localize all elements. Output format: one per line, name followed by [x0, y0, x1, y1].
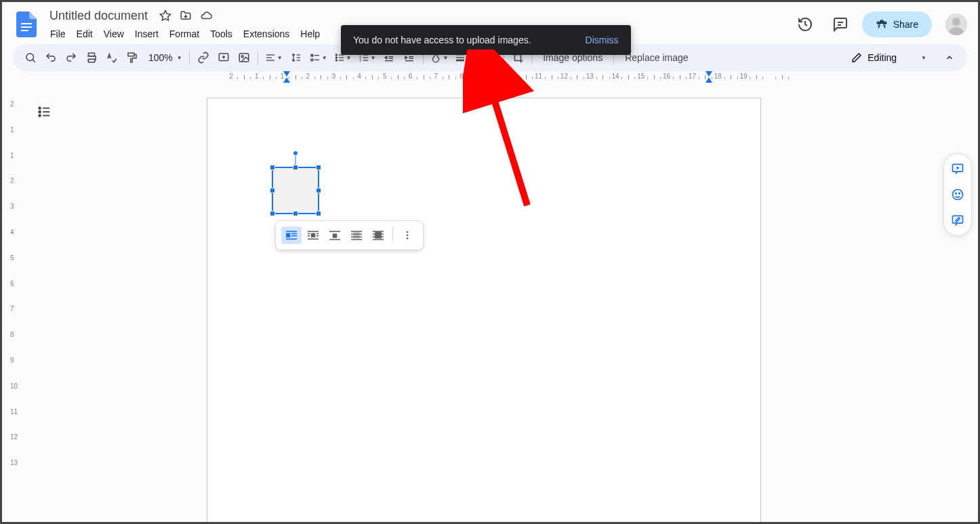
svg-rect-73	[329, 231, 340, 233]
share-label: Share	[893, 19, 918, 30]
svg-rect-75	[329, 239, 340, 241]
insert-image-icon[interactable]	[234, 48, 253, 67]
spellcheck-icon[interactable]	[102, 48, 121, 67]
svg-rect-81	[373, 231, 384, 233]
wrap-front-icon[interactable]	[368, 226, 388, 244]
separator	[189, 51, 190, 64]
add-comment-icon[interactable]	[214, 48, 233, 67]
svg-point-31	[335, 57, 337, 58]
history-icon[interactable]	[792, 11, 819, 38]
svg-rect-66	[308, 231, 319, 233]
print-icon[interactable]	[82, 48, 101, 67]
menu-help[interactable]: Help	[295, 26, 325, 42]
svg-point-10	[26, 54, 34, 61]
docs-logo-icon[interactable]	[13, 11, 40, 38]
page-area: 2112345678910111213	[2, 87, 978, 522]
svg-rect-67	[311, 233, 315, 237]
menu-format[interactable]: Format	[165, 26, 204, 42]
svg-point-87	[407, 235, 409, 237]
svg-point-6	[877, 22, 879, 24]
svg-rect-65	[286, 239, 297, 240]
menu-extensions[interactable]: Extensions	[239, 26, 294, 42]
outline-toggle-icon[interactable]	[32, 100, 56, 124]
menu-tools[interactable]: Tools	[205, 26, 237, 42]
toast-dismiss-button[interactable]: Dismiss	[586, 35, 619, 45]
svg-point-7	[884, 22, 886, 24]
editing-mode-button[interactable]: Editing ▼	[842, 52, 936, 63]
svg-point-88	[407, 237, 409, 239]
suggest-edit-icon[interactable]	[947, 209, 968, 231]
add-comment-side-icon[interactable]	[947, 158, 968, 180]
svg-rect-28	[311, 59, 313, 61]
menu-file[interactable]: File	[45, 26, 70, 42]
resize-handle-br[interactable]	[316, 211, 321, 216]
wrap-behind-icon[interactable]	[346, 226, 367, 244]
align-icon[interactable]: ▼	[262, 48, 285, 67]
svg-point-57	[39, 115, 41, 117]
search-icon[interactable]	[21, 48, 40, 67]
svg-rect-77	[351, 231, 362, 233]
svg-text:3: 3	[359, 59, 361, 62]
wrap-inline-icon[interactable]	[281, 226, 302, 244]
resize-handle-bm[interactable]	[293, 211, 298, 216]
line-spacing-icon[interactable]	[287, 48, 306, 67]
svg-rect-2	[21, 30, 28, 31]
format-paint-icon[interactable]	[123, 48, 142, 67]
horizontal-ruler[interactable]: 2112345678910111213141516171819	[25, 71, 967, 83]
svg-rect-95	[953, 216, 963, 223]
document-page[interactable]	[207, 98, 761, 524]
redo-icon[interactable]	[62, 48, 81, 67]
svg-rect-85	[375, 232, 382, 239]
add-emoji-icon[interactable]	[947, 184, 968, 205]
svg-rect-72	[308, 239, 319, 240]
svg-point-93	[956, 193, 957, 195]
svg-rect-68	[308, 233, 310, 235]
toast-message: You do not have access to upload images.	[353, 35, 531, 45]
svg-point-55	[39, 107, 41, 109]
svg-rect-70	[308, 235, 310, 237]
doc-title-input[interactable]: Untitled document	[45, 7, 152, 24]
collapse-toolbar-icon[interactable]	[940, 48, 959, 67]
title-row: Untitled document	[45, 7, 792, 24]
more-options-icon[interactable]	[397, 226, 417, 244]
resize-handle-tm[interactable]	[293, 165, 298, 170]
svg-rect-14	[128, 53, 134, 56]
image-wrap-toolbar	[275, 220, 424, 250]
undo-icon[interactable]	[41, 48, 60, 67]
resize-handle-tr[interactable]	[316, 165, 321, 170]
svg-rect-71	[317, 235, 319, 237]
side-tools	[943, 153, 972, 236]
svg-point-94	[959, 193, 960, 195]
separator	[258, 51, 258, 64]
move-icon[interactable]	[179, 9, 192, 22]
resize-handle-tl[interactable]	[270, 165, 275, 170]
svg-line-11	[33, 60, 35, 62]
vertical-ruler[interactable]: 2112345678910111213	[2, 87, 25, 522]
svg-point-86	[407, 231, 409, 233]
wrap-break-icon[interactable]	[325, 226, 345, 244]
checklist-icon[interactable]: ▼	[307, 48, 330, 67]
share-button[interactable]: Share	[862, 12, 932, 37]
menu-insert[interactable]: Insert	[130, 26, 163, 42]
resize-handle-mr[interactable]	[316, 188, 321, 193]
resize-handle-ml[interactable]	[270, 188, 275, 193]
svg-point-19	[241, 56, 243, 58]
cloud-status-icon[interactable]	[199, 9, 213, 22]
resize-handle-bl[interactable]	[270, 211, 275, 216]
rotate-handle[interactable]	[293, 150, 298, 156]
svg-rect-63	[291, 233, 297, 235]
comments-icon[interactable]	[827, 11, 854, 38]
svg-rect-0	[21, 23, 32, 24]
selected-image-placeholder[interactable]	[272, 167, 319, 214]
svg-rect-1	[21, 26, 32, 28]
menu-view[interactable]: View	[99, 26, 129, 42]
menu-edit[interactable]: Edit	[72, 26, 98, 42]
svg-point-92	[953, 190, 963, 200]
zoom-select[interactable]: 100%▼	[143, 48, 185, 67]
wrap-text-icon[interactable]	[303, 226, 323, 244]
insert-link-icon[interactable]	[194, 48, 213, 67]
star-icon[interactable]	[159, 9, 172, 22]
svg-rect-61	[286, 231, 297, 233]
user-avatar[interactable]	[945, 14, 967, 35]
svg-rect-62	[286, 233, 290, 237]
